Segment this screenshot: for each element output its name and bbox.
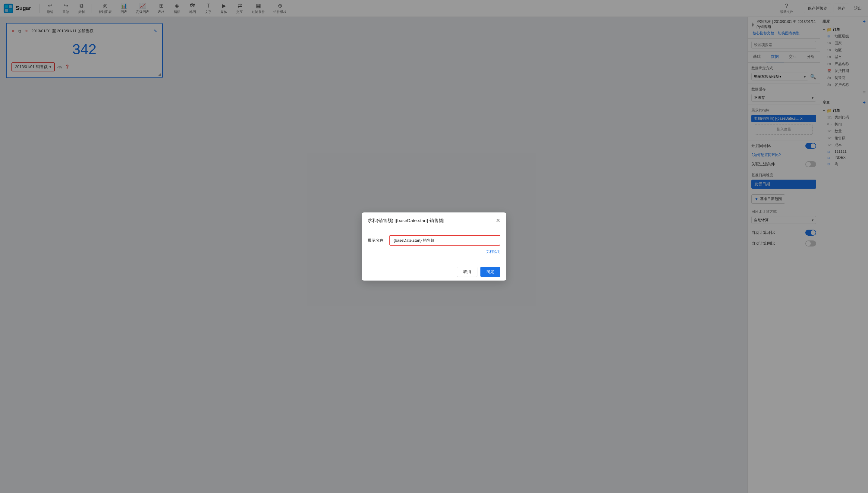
modal-cancel-button[interactable]: 取消 bbox=[457, 267, 477, 277]
modal-title: 求和(销售额) [{baseDate.start} 销售额] bbox=[368, 218, 444, 223]
modal-confirm-button[interactable]: 确定 bbox=[480, 267, 500, 277]
modal-input-wrapper bbox=[389, 235, 500, 245]
modal-close-button[interactable]: ✕ bbox=[496, 217, 500, 224]
modal-display-name-input[interactable] bbox=[389, 235, 500, 245]
modal-doc-link[interactable]: 文档说明 bbox=[486, 249, 500, 254]
modal-link-row: 文档说明 bbox=[368, 248, 500, 257]
modal-dialog: 求和(销售额) [{baseDate.start} 销售额] ✕ 展示名称 文档… bbox=[362, 212, 506, 281]
modal-body: 展示名称 文档说明 bbox=[362, 229, 506, 263]
modal-field-row: 展示名称 bbox=[368, 235, 500, 245]
modal-header: 求和(销售额) [{baseDate.start} 销售额] ✕ bbox=[362, 212, 506, 229]
modal-overlay[interactable]: 求和(销售额) [{baseDate.start} 销售额] ✕ 展示名称 文档… bbox=[0, 0, 868, 493]
modal-field-label: 展示名称 bbox=[368, 238, 386, 243]
modal-footer: 取消 确定 bbox=[362, 263, 506, 281]
